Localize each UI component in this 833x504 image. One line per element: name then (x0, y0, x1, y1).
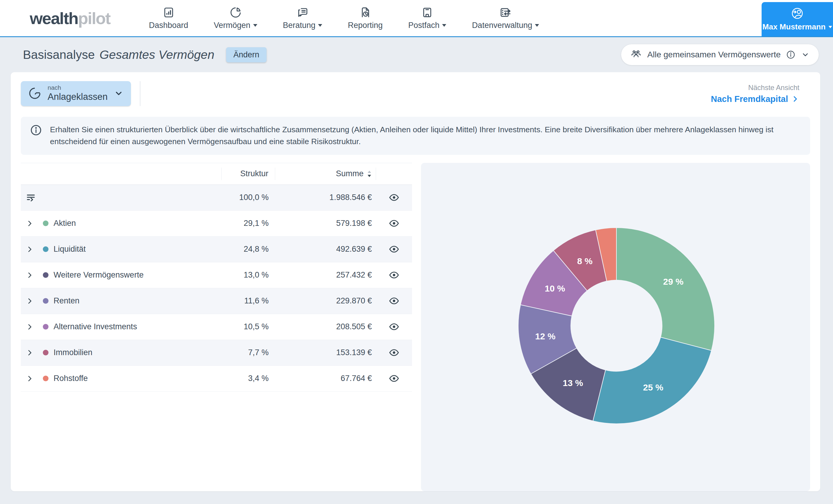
category-summe: 67.764 € (275, 374, 376, 383)
chevron-right-icon (26, 297, 34, 305)
category-color-dot (43, 350, 48, 355)
table-row: Renten11,6 %229.870 € (21, 288, 412, 314)
chevron-right-icon (26, 323, 34, 331)
donut-slice[interactable] (616, 228, 715, 351)
chevron-right-icon (26, 349, 34, 357)
pie-chart-icon (28, 86, 42, 100)
table-row: Weitere Vermögenswerte13,0 %257.432 € (21, 262, 412, 288)
total-struktur: 100,0 % (222, 193, 275, 202)
data-transfer-icon (499, 6, 512, 19)
category-summe: 229.870 € (275, 296, 376, 305)
header-summe[interactable]: Summe (275, 168, 376, 180)
chevron-down-icon (801, 50, 810, 59)
nav-item-dashboard[interactable]: Dashboard (149, 6, 188, 30)
toolbar-divider (140, 81, 140, 106)
category-name: Weitere Vermögenswerte (53, 271, 144, 280)
category-color-dot (43, 221, 48, 226)
donut-slice-label: 12 % (535, 331, 555, 341)
nav-item-reporting[interactable]: Reporting (348, 6, 383, 30)
visibility-toggle[interactable] (388, 218, 400, 229)
category-struktur: 24,8 % (222, 245, 275, 254)
expand-row-button[interactable] (26, 297, 43, 305)
user-menu[interactable]: Max Mustermann (762, 2, 833, 36)
nav-label: Vermögen (214, 21, 251, 30)
category-struktur: 11,6 % (222, 296, 275, 305)
logo-text-wealth: wealth (30, 9, 78, 28)
analysis-toolbar: nach Anlageklassen Nächste Ansicht Nach … (11, 81, 820, 106)
scope-selector[interactable]: Alle gemeinsamen Vermögenswerte (621, 44, 819, 65)
donut-slice-label: 29 % (663, 277, 683, 286)
info-icon[interactable] (786, 50, 795, 59)
chevron-right-icon (26, 374, 34, 383)
eye-icon (388, 321, 400, 332)
eye-icon (388, 218, 400, 229)
category-color-dot (43, 246, 48, 252)
nav-item-postfach[interactable]: Postfach (408, 6, 446, 30)
info-icon (30, 124, 42, 136)
expand-row-button[interactable] (26, 349, 43, 357)
next-view-link[interactable]: Nach Fremdkapital (711, 94, 800, 104)
header-struktur-label: Struktur (240, 169, 268, 178)
header-struktur[interactable]: Struktur (222, 168, 275, 180)
category-name: Renten (53, 296, 79, 305)
donut-slice[interactable] (593, 337, 711, 424)
pie-chart-icon (229, 6, 242, 19)
chevron-down-icon (253, 24, 257, 29)
category-struktur: 10,5 % (222, 322, 275, 331)
donut-slice-label: 25 % (643, 382, 663, 392)
nav-item-datenverwaltung[interactable]: Datenverwaltung (472, 6, 539, 30)
category-struktur: 7,7 % (222, 348, 275, 357)
change-button[interactable]: Ändern (226, 47, 266, 62)
category-color-dot (43, 324, 48, 330)
category-name: Liquidität (53, 245, 86, 254)
nav-label: Reporting (348, 21, 383, 30)
chevron-right-icon (791, 95, 800, 103)
visibility-toggle[interactable] (388, 347, 400, 358)
expand-row-button[interactable] (26, 374, 43, 383)
expand-all-button[interactable] (26, 192, 43, 203)
category-summe: 257.432 € (275, 271, 376, 280)
page-subtitle: Gesamtes Vermögen (100, 48, 214, 62)
category-color-dot (43, 376, 48, 381)
expand-row-button[interactable] (26, 271, 43, 279)
nav-item-beratung[interactable]: Beratung (283, 6, 323, 30)
category-summe: 579.198 € (275, 219, 376, 228)
donut-slice-label: 8 % (577, 256, 593, 266)
view-mode-select[interactable]: nach Anlageklassen (21, 81, 131, 106)
analysis-content: Struktur Summe (21, 163, 810, 491)
category-summe: 492.639 € (275, 245, 376, 254)
expand-row-button[interactable] (26, 219, 43, 228)
nav-item-vermoegen[interactable]: Vermögen (214, 6, 257, 30)
dashboard-icon (162, 6, 175, 19)
chevron-down-icon (318, 24, 322, 29)
asset-class-table: Struktur Summe (21, 163, 412, 491)
eye-icon (388, 295, 400, 306)
category-color-dot (43, 298, 48, 304)
main-menu: Dashboard Vermögen Beratung R (149, 0, 539, 36)
expand-row-button[interactable] (26, 323, 43, 331)
visibility-toggle[interactable] (388, 270, 400, 280)
visibility-toggle[interactable] (388, 192, 400, 203)
visibility-toggle[interactable] (388, 244, 400, 255)
visibility-toggle[interactable] (388, 373, 400, 384)
wealthpilot-logo[interactable]: wealthpilot (30, 9, 110, 28)
sort-icon[interactable] (367, 170, 372, 177)
donut-slice-label: 10 % (545, 283, 565, 293)
next-view-block: Nächste Ansicht Nach Fremdkapital (711, 83, 800, 104)
chevron-down-icon (535, 24, 539, 29)
report-document-icon (359, 6, 372, 19)
chevron-right-icon (26, 271, 34, 279)
chat-advice-icon (296, 6, 309, 19)
nav-label: Datenverwaltung (472, 21, 532, 30)
eye-icon (388, 270, 400, 280)
visibility-toggle[interactable] (388, 321, 400, 332)
header-eye-column (376, 168, 412, 180)
eye-icon (388, 373, 400, 384)
category-struktur: 29,1 % (222, 219, 275, 228)
expand-row-button[interactable] (26, 245, 43, 253)
donut-chart: 29 %25 %13 %12 %10 %8 % (421, 163, 810, 491)
table-rows: Aktien29,1 %579.198 €Liquidität24,8 %492… (21, 211, 412, 392)
visibility-toggle[interactable] (388, 295, 400, 306)
chevron-down-icon (114, 88, 124, 98)
chevron-right-icon (26, 219, 34, 228)
